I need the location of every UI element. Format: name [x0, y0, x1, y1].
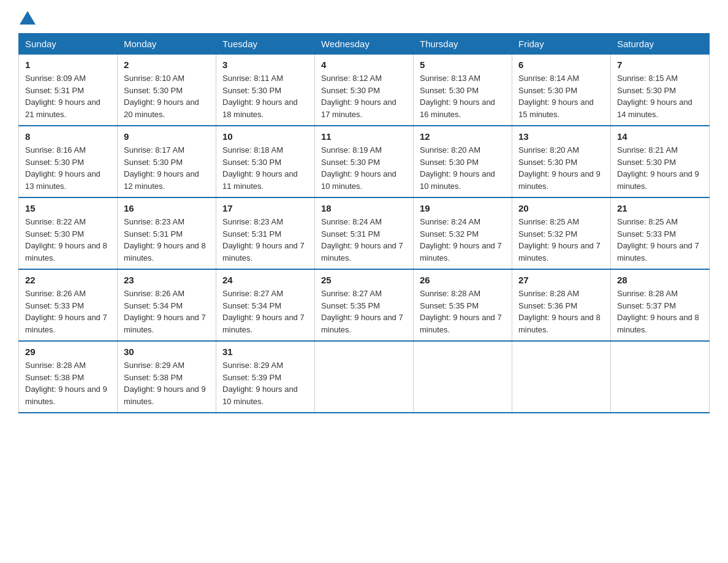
- calendar-week-row: 29 Sunrise: 8:28 AMSunset: 5:38 PMDaylig…: [19, 341, 710, 413]
- day-info: Sunrise: 8:20 AMSunset: 5:30 PMDaylight:…: [420, 144, 506, 192]
- day-info: Sunrise: 8:09 AMSunset: 5:31 PMDaylight:…: [25, 72, 111, 120]
- calendar-cell: 24 Sunrise: 8:27 AMSunset: 5:34 PMDaylig…: [216, 269, 315, 341]
- calendar-cell: 22 Sunrise: 8:26 AMSunset: 5:33 PMDaylig…: [19, 269, 118, 341]
- calendar-cell: 7 Sunrise: 8:15 AMSunset: 5:30 PMDayligh…: [611, 55, 710, 126]
- weekday-header-tuesday: Tuesday: [216, 34, 315, 55]
- day-info: Sunrise: 8:12 AMSunset: 5:30 PMDaylight:…: [321, 72, 407, 120]
- day-info: Sunrise: 8:25 AMSunset: 5:32 PMDaylight:…: [518, 216, 604, 264]
- day-number: 26: [420, 275, 506, 285]
- calendar-cell: 8 Sunrise: 8:16 AMSunset: 5:30 PMDayligh…: [19, 126, 118, 197]
- calendar-cell: 19 Sunrise: 8:24 AMSunset: 5:32 PMDaylig…: [414, 197, 512, 269]
- day-info: Sunrise: 8:26 AMSunset: 5:33 PMDaylight:…: [25, 288, 111, 335]
- day-number: 17: [222, 203, 308, 213]
- day-number: 22: [25, 275, 111, 285]
- calendar-cell: 16 Sunrise: 8:23 AMSunset: 5:31 PMDaylig…: [118, 197, 216, 269]
- calendar-cell: 23 Sunrise: 8:26 AMSunset: 5:34 PMDaylig…: [118, 269, 216, 341]
- logo-triangle-icon: [20, 11, 36, 25]
- weekday-header-saturday: Saturday: [611, 34, 710, 55]
- day-number: 19: [420, 203, 506, 213]
- day-number: 6: [518, 59, 604, 70]
- calendar-cell: 5 Sunrise: 8:13 AMSunset: 5:30 PMDayligh…: [414, 55, 512, 126]
- day-info: Sunrise: 8:10 AMSunset: 5:30 PMDaylight:…: [124, 72, 210, 120]
- calendar-cell: 1 Sunrise: 8:09 AMSunset: 5:31 PMDayligh…: [19, 55, 118, 126]
- calendar-cell: 14 Sunrise: 8:21 AMSunset: 5:30 PMDaylig…: [611, 126, 710, 197]
- logo: [18, 12, 36, 22]
- day-number: 13: [518, 131, 604, 142]
- day-number: 5: [420, 59, 506, 70]
- calendar-cell: [611, 341, 710, 413]
- day-info: Sunrise: 8:28 AMSunset: 5:37 PMDaylight:…: [617, 288, 703, 335]
- calendar-cell: 27 Sunrise: 8:28 AMSunset: 5:36 PMDaylig…: [512, 269, 611, 341]
- day-number: 16: [124, 203, 210, 213]
- day-number: 12: [420, 131, 506, 142]
- calendar-cell: [315, 341, 414, 413]
- day-number: 9: [124, 131, 210, 142]
- day-number: 2: [124, 59, 210, 70]
- calendar-cell: 28 Sunrise: 8:28 AMSunset: 5:37 PMDaylig…: [611, 269, 710, 341]
- calendar-cell: 11 Sunrise: 8:19 AMSunset: 5:30 PMDaylig…: [315, 126, 414, 197]
- weekday-header-sunday: Sunday: [19, 34, 118, 55]
- day-info: Sunrise: 8:13 AMSunset: 5:30 PMDaylight:…: [420, 72, 506, 120]
- day-number: 7: [617, 59, 703, 70]
- calendar-week-row: 15 Sunrise: 8:22 AMSunset: 5:30 PMDaylig…: [19, 197, 710, 269]
- calendar-cell: 4 Sunrise: 8:12 AMSunset: 5:30 PMDayligh…: [315, 55, 414, 126]
- day-info: Sunrise: 8:16 AMSunset: 5:30 PMDaylight:…: [25, 144, 111, 192]
- day-number: 1: [25, 59, 111, 70]
- day-number: 28: [617, 275, 703, 285]
- day-info: Sunrise: 8:18 AMSunset: 5:30 PMDaylight:…: [222, 144, 308, 192]
- calendar-week-row: 1 Sunrise: 8:09 AMSunset: 5:31 PMDayligh…: [19, 55, 710, 126]
- day-info: Sunrise: 8:23 AMSunset: 5:31 PMDaylight:…: [222, 216, 308, 264]
- day-info: Sunrise: 8:20 AMSunset: 5:30 PMDaylight:…: [518, 144, 604, 192]
- calendar-cell: 30 Sunrise: 8:29 AMSunset: 5:38 PMDaylig…: [118, 341, 216, 413]
- day-info: Sunrise: 8:28 AMSunset: 5:36 PMDaylight:…: [518, 288, 604, 335]
- calendar-cell: 2 Sunrise: 8:10 AMSunset: 5:30 PMDayligh…: [118, 55, 216, 126]
- day-info: Sunrise: 8:24 AMSunset: 5:32 PMDaylight:…: [420, 216, 506, 264]
- day-info: Sunrise: 8:27 AMSunset: 5:35 PMDaylight:…: [321, 288, 407, 335]
- day-info: Sunrise: 8:22 AMSunset: 5:30 PMDaylight:…: [25, 216, 111, 264]
- day-number: 29: [25, 347, 111, 357]
- day-number: 8: [25, 131, 111, 142]
- calendar-cell: 13 Sunrise: 8:20 AMSunset: 5:30 PMDaylig…: [512, 126, 611, 197]
- day-number: 3: [222, 59, 308, 70]
- calendar-cell: 15 Sunrise: 8:22 AMSunset: 5:30 PMDaylig…: [19, 197, 118, 269]
- weekday-header-friday: Friday: [512, 34, 611, 55]
- day-number: 18: [321, 203, 407, 213]
- day-number: 15: [25, 203, 111, 213]
- day-number: 21: [617, 203, 703, 213]
- calendar-cell: 31 Sunrise: 8:29 AMSunset: 5:39 PMDaylig…: [216, 341, 315, 413]
- day-info: Sunrise: 8:29 AMSunset: 5:38 PMDaylight:…: [124, 359, 210, 407]
- calendar-cell: 21 Sunrise: 8:25 AMSunset: 5:33 PMDaylig…: [611, 197, 710, 269]
- day-number: 25: [321, 275, 407, 285]
- calendar-cell: 26 Sunrise: 8:28 AMSunset: 5:35 PMDaylig…: [414, 269, 512, 341]
- weekday-header-thursday: Thursday: [414, 34, 512, 55]
- day-info: Sunrise: 8:15 AMSunset: 5:30 PMDaylight:…: [617, 72, 703, 120]
- weekday-header-monday: Monday: [118, 34, 216, 55]
- day-info: Sunrise: 8:14 AMSunset: 5:30 PMDaylight:…: [518, 72, 604, 120]
- calendar-cell: 9 Sunrise: 8:17 AMSunset: 5:30 PMDayligh…: [118, 126, 216, 197]
- day-number: 27: [518, 275, 604, 285]
- calendar-cell: 29 Sunrise: 8:28 AMSunset: 5:38 PMDaylig…: [19, 341, 118, 413]
- day-number: 30: [124, 347, 210, 357]
- day-info: Sunrise: 8:23 AMSunset: 5:31 PMDaylight:…: [124, 216, 210, 264]
- day-info: Sunrise: 8:24 AMSunset: 5:31 PMDaylight:…: [321, 216, 407, 264]
- day-info: Sunrise: 8:26 AMSunset: 5:34 PMDaylight:…: [124, 288, 210, 335]
- day-info: Sunrise: 8:28 AMSunset: 5:38 PMDaylight:…: [25, 359, 111, 407]
- calendar-cell: 3 Sunrise: 8:11 AMSunset: 5:30 PMDayligh…: [216, 55, 315, 126]
- day-number: 31: [222, 347, 308, 357]
- day-number: 10: [222, 131, 308, 142]
- day-number: 4: [321, 59, 407, 70]
- day-info: Sunrise: 8:25 AMSunset: 5:33 PMDaylight:…: [617, 216, 703, 264]
- day-number: 23: [124, 275, 210, 285]
- day-number: 14: [617, 131, 703, 142]
- day-info: Sunrise: 8:28 AMSunset: 5:35 PMDaylight:…: [420, 288, 506, 335]
- day-info: Sunrise: 8:17 AMSunset: 5:30 PMDaylight:…: [124, 144, 210, 192]
- calendar-cell: [512, 341, 611, 413]
- calendar-cell: 6 Sunrise: 8:14 AMSunset: 5:30 PMDayligh…: [512, 55, 611, 126]
- day-number: 20: [518, 203, 604, 213]
- weekday-header-row: SundayMondayTuesdayWednesdayThursdayFrid…: [19, 34, 710, 55]
- day-number: 11: [321, 131, 407, 142]
- calendar-week-row: 22 Sunrise: 8:26 AMSunset: 5:33 PMDaylig…: [19, 269, 710, 341]
- calendar-table: SundayMondayTuesdayWednesdayThursdayFrid…: [18, 33, 710, 413]
- calendar-cell: 10 Sunrise: 8:18 AMSunset: 5:30 PMDaylig…: [216, 126, 315, 197]
- day-info: Sunrise: 8:21 AMSunset: 5:30 PMDaylight:…: [617, 144, 703, 192]
